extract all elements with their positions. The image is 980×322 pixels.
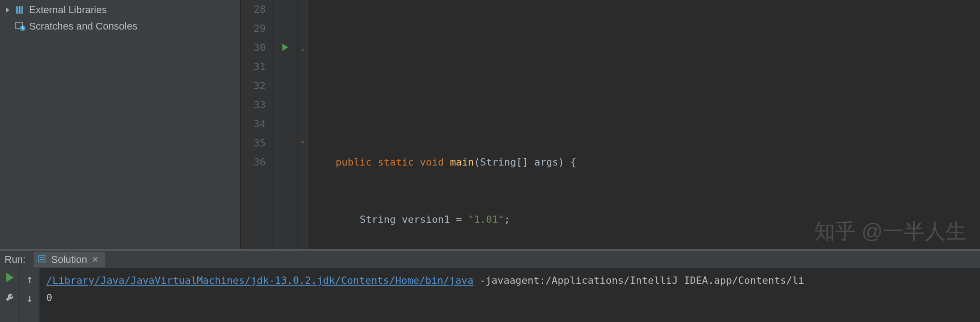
- svg-rect-0: [16, 6, 18, 14]
- run-toolbar: [0, 268, 20, 322]
- gutter: 28 29 30 31 32 33 34 35 36: [241, 0, 272, 249]
- code-area[interactable]: public static void main(String[] args) {…: [308, 0, 980, 249]
- tree-item-scratches[interactable]: Scratches and Consoles: [0, 18, 240, 35]
- java-path-link[interactable]: /Library/Java/JavaVirtualMachines/jdk-13…: [46, 275, 473, 286]
- close-icon[interactable]: ✕: [92, 255, 99, 265]
- svg-rect-1: [19, 6, 20, 14]
- tree-label: Scratches and Consoles: [29, 20, 137, 32]
- code-line: String version1 = "1.01";: [308, 210, 980, 229]
- run-gutter-col: [272, 0, 298, 249]
- run-tab-label: Solution: [51, 254, 87, 266]
- line-number: 29: [241, 19, 266, 38]
- line-number: 31: [241, 57, 266, 76]
- svg-rect-6: [40, 257, 44, 258]
- scratches-icon: [15, 20, 26, 32]
- run-line-icon[interactable]: [272, 38, 297, 57]
- console-output: 0: [46, 292, 52, 303]
- line-number: 34: [241, 115, 266, 134]
- tree-item-external-libraries[interactable]: External Libraries: [0, 2, 240, 18]
- editor[interactable]: 28 29 30 31 32 33 34 35 36 ⌄ ⌃: [241, 0, 980, 249]
- run-nav: ↑ ↓: [20, 268, 40, 322]
- line-number: 36: [241, 153, 266, 172]
- line-number: 30: [241, 38, 266, 57]
- arrow-down-icon[interactable]: ↓: [26, 292, 33, 305]
- line-number: 28: [241, 0, 266, 19]
- fold-close-icon[interactable]: ⌃: [298, 134, 307, 153]
- run-label: Run:: [5, 254, 25, 266]
- svg-rect-2: [21, 6, 23, 14]
- svg-rect-7: [40, 259, 44, 260]
- wrench-icon[interactable]: [5, 293, 15, 305]
- code-line: [308, 38, 980, 57]
- line-number: 32: [241, 76, 266, 96]
- arrow-up-icon[interactable]: ↑: [26, 273, 33, 286]
- chevron-right-icon: [4, 6, 12, 14]
- console-text: -javaagent:/Applications/IntelliJ IDEA.a…: [473, 275, 804, 286]
- svg-rect-5: [39, 256, 45, 262]
- line-number: 33: [241, 96, 266, 115]
- code-line: public static void main(String[] args) {: [308, 153, 980, 172]
- line-number: 35: [241, 134, 266, 153]
- run-config-icon: [38, 254, 46, 266]
- console[interactable]: /Library/Java/JavaVirtualMachines/jdk-13…: [40, 268, 980, 322]
- run-tab[interactable]: Solution ✕: [34, 252, 105, 267]
- rerun-icon[interactable]: [5, 273, 15, 284]
- tree-label: External Libraries: [29, 4, 107, 16]
- project-tree[interactable]: External Libraries Scratches and Console…: [0, 0, 241, 249]
- fold-col: ⌄ ⌃: [298, 0, 308, 249]
- fold-open-icon[interactable]: ⌄: [298, 38, 307, 57]
- library-icon: [15, 4, 26, 16]
- code-line: [308, 96, 980, 115]
